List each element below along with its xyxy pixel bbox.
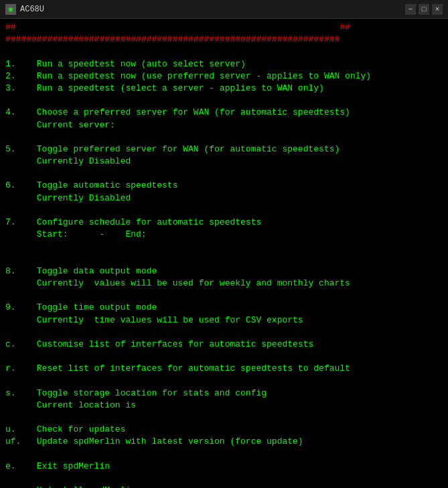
terminal-line: [5, 168, 443, 180]
terminal-line: 9. Toggle time output mode: [5, 302, 443, 314]
terminal-line: c. Customise list of interfaces for auto…: [5, 339, 443, 351]
terminal-line: u. Check for updates: [5, 424, 443, 436]
close-button[interactable]: ×: [432, 4, 443, 15]
terminal-line: r. Reset list of interfaces for automati…: [5, 363, 443, 375]
terminal-line: [5, 375, 443, 387]
terminal-output: ## ## ##################################…: [0, 19, 448, 488]
app-window: ▣ AC68U − □ × ## ## ####################…: [0, 0, 448, 488]
terminal-line: 3. Run a speedtest (select a server - ap…: [5, 82, 443, 95]
terminal-line: [5, 95, 443, 107]
terminal-line: [5, 46, 443, 58]
terminal-line: Currently time values will be used for C…: [5, 314, 443, 326]
terminal-line: [5, 326, 443, 339]
terminal-line: Current server:: [5, 119, 443, 131]
terminal-line: Currently Disabled: [5, 156, 443, 168]
terminal-line: [5, 253, 443, 265]
minimize-button[interactable]: −: [405, 4, 416, 15]
terminal-line: 1. Run a speedtest now (auto select serv…: [5, 58, 443, 70]
terminal-line: s. Toggle storage location for stats and…: [5, 387, 443, 400]
terminal-line: [5, 351, 443, 363]
maximize-button[interactable]: □: [419, 4, 429, 15]
terminal-line: 2. Run a speedtest now (use preferred se…: [5, 70, 443, 82]
terminal-lines: 1. Run a speedtest now (auto select serv…: [5, 46, 443, 488]
terminal-line: Currently Disabled: [5, 192, 443, 204]
terminal-line: e. Exit spdMerlin: [5, 461, 443, 473]
terminal-line: [5, 131, 443, 143]
terminal-line: [5, 241, 443, 253]
title-bar-left: ▣ AC68U: [5, 4, 44, 15]
terminal-line: 5. Toggle preferred server for WAN (for …: [5, 143, 443, 156]
window-title: AC68U: [20, 5, 44, 14]
terminal-line: Currently values will be used for weekly…: [5, 278, 443, 290]
hash-header-line: ## ##: [5, 21, 443, 34]
title-bar: ▣ AC68U − □ ×: [0, 0, 448, 19]
window-controls: − □ ×: [405, 4, 443, 15]
terminal-line: 8. Toggle data output mode: [5, 265, 443, 278]
terminal-line: [5, 204, 443, 217]
terminal-line: [5, 290, 443, 302]
separator-top: ########################################…: [5, 34, 443, 46]
terminal-line: 7. Configure schedule for automatic spee…: [5, 217, 443, 229]
terminal-line: z. Uninstall spdMerlin: [5, 485, 443, 488]
terminal-line: Start: - End:: [5, 229, 443, 241]
terminal-line: [5, 473, 443, 485]
terminal-line: 4. Choose a preferred server for WAN (fo…: [5, 107, 443, 119]
terminal-line: Current location is: [5, 400, 443, 412]
terminal-line: [5, 448, 443, 461]
app-icon: ▣: [5, 4, 16, 15]
terminal-line: uf. Update spdMerlin with latest version…: [5, 436, 443, 448]
terminal-line: 6. Toggle automatic speedtests: [5, 180, 443, 192]
terminal-line: [5, 412, 443, 424]
